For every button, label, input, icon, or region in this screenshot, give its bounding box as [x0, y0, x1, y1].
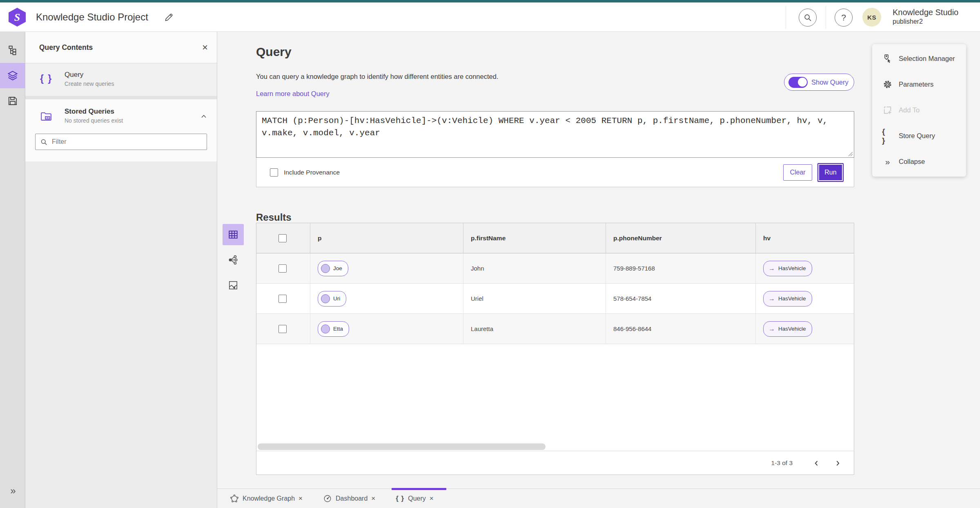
- cell-phonenumber: 578-654-7854: [606, 284, 755, 313]
- show-query-toggle[interactable]: Show Query: [784, 74, 854, 91]
- node-label: Joe: [333, 265, 342, 271]
- knowledge-graph-icon: [230, 494, 239, 503]
- run-button[interactable]: Run: [817, 163, 844, 182]
- add-to-icon: [882, 105, 893, 115]
- map-icon: [228, 280, 238, 291]
- toggle-knob: [798, 78, 807, 87]
- menu-item-parameters[interactable]: Parameters: [872, 72, 966, 97]
- gear-icon: [882, 79, 893, 90]
- save-icon: [7, 96, 18, 106]
- filter-field: [35, 134, 207, 150]
- close-icon[interactable]: ×: [298, 495, 303, 503]
- stored-queries-header[interactable]: Stored Queries No stored queries exist: [25, 99, 217, 134]
- edit-project-icon[interactable]: [164, 12, 174, 22]
- clear-button[interactable]: Clear: [783, 164, 812, 181]
- node-chip[interactable]: Joe: [318, 261, 348, 276]
- edge-chip[interactable]: → HasVehicle: [763, 291, 812, 307]
- search-icon: [803, 13, 812, 22]
- help-icon: ?: [841, 13, 846, 22]
- table-icon: [228, 229, 238, 240]
- menu-item-selection-manager[interactable]: Selection Manager: [872, 46, 966, 72]
- layers-icon: [7, 70, 18, 81]
- column-header-firstname[interactable]: p.firstName: [463, 223, 606, 253]
- query-textarea[interactable]: MATCH (p:Person)-[hv:HasVehicle]->(v:Veh…: [256, 111, 854, 158]
- learn-more-link[interactable]: Learn more about Query: [256, 90, 330, 98]
- toggle-switch[interactable]: [788, 77, 808, 88]
- chevron-right-icon: [834, 460, 841, 467]
- close-icon[interactable]: ×: [371, 495, 375, 503]
- table-row[interactable]: Etta Lauretta 846-956-8644 → HasVehicle: [256, 314, 854, 344]
- cell-firstname: Lauretta: [463, 314, 606, 344]
- table-row[interactable]: Uri Uriel 578-654-7854 → HasVehicle: [256, 284, 854, 314]
- query-item-title: Query: [65, 70, 114, 80]
- table-view-button[interactable]: [223, 224, 244, 245]
- row-checkbox[interactable]: [278, 325, 287, 333]
- tab-dashboard[interactable]: Dashboard ×: [316, 489, 383, 508]
- tab-knowledge-graph[interactable]: Knowledge Graph ×: [223, 489, 310, 508]
- project-title: Knowledge Studio Project: [36, 2, 148, 32]
- table-header-row: p p.firstName p.phoneNumber hv: [256, 223, 854, 253]
- node-icon: [321, 264, 330, 273]
- rail-item-lineage[interactable]: [0, 38, 25, 63]
- menu-item-label: Store Query: [899, 132, 935, 140]
- rail-item-save[interactable]: [0, 88, 25, 114]
- table-row[interactable]: Joe John 759-889-57168 → HasVehicle: [256, 253, 854, 284]
- app-logo-icon[interactable]: S: [8, 7, 26, 27]
- collapse-icon: »: [882, 157, 893, 167]
- search-button[interactable]: [799, 9, 817, 27]
- menu-item-label: Collapse: [899, 158, 925, 166]
- edge-chip[interactable]: → HasVehicle: [763, 261, 812, 276]
- previous-page-button[interactable]: [811, 458, 821, 468]
- cell-firstname: John: [463, 253, 606, 283]
- select-all-checkbox[interactable]: [278, 234, 287, 242]
- rail-expand-button[interactable]: »: [0, 485, 25, 497]
- avatar-initials: KS: [867, 14, 876, 21]
- panel-close-icon[interactable]: ×: [202, 42, 208, 53]
- panel-header: Query Contents ×: [25, 32, 217, 63]
- node-label: Uri: [333, 295, 340, 302]
- topbar-divider: [826, 6, 826, 29]
- column-header-phonenumber[interactable]: p.phoneNumber: [606, 223, 755, 253]
- row-checkbox[interactable]: [278, 295, 287, 303]
- stored-queries-subtitle: No stored queries exist: [65, 116, 123, 125]
- tab-label: Dashboard: [336, 495, 368, 502]
- horizontal-scrollbar[interactable]: [258, 443, 546, 450]
- hierarchy-icon: [7, 45, 18, 56]
- chevron-up-icon[interactable]: [200, 112, 208, 121]
- avatar[interactable]: KS: [862, 8, 881, 27]
- edge-chip[interactable]: → HasVehicle: [763, 321, 812, 337]
- filter-input[interactable]: [52, 134, 215, 150]
- results-heading: Results: [256, 212, 292, 223]
- tab-query[interactable]: { } Query ×: [388, 489, 441, 508]
- graph-view-button[interactable]: [223, 249, 244, 271]
- braces-icon: { }: [40, 73, 52, 84]
- map-view-button[interactable]: [223, 275, 244, 296]
- resize-handle[interactable]: [847, 151, 853, 157]
- menu-item-store-query[interactable]: { } Store Query: [872, 123, 966, 149]
- node-label: Etta: [333, 326, 343, 332]
- pagination-range: 1-3 of 3: [771, 451, 793, 475]
- menu-item-collapse[interactable]: » Collapse: [872, 149, 966, 175]
- tab-label: Query: [408, 495, 426, 502]
- folder-icon: [40, 110, 52, 122]
- help-button[interactable]: ?: [835, 9, 853, 27]
- row-checkbox[interactable]: [278, 264, 287, 273]
- include-provenance-checkbox[interactable]: [270, 168, 278, 177]
- main-content: Query You can query a knowledge graph to…: [217, 32, 980, 488]
- query-contents-panel: Query Contents × { } Query Create new qu…: [25, 32, 217, 508]
- results-table: p p.firstName p.phoneNumber hv Joe John …: [256, 223, 854, 475]
- chevron-left-icon: [813, 460, 820, 467]
- edge-label: HasVehicle: [778, 265, 806, 271]
- close-icon[interactable]: ×: [430, 495, 434, 503]
- arrow-right-icon: →: [768, 325, 775, 333]
- panel-item-query[interactable]: { } Query Create new queries: [25, 63, 217, 96]
- rail-item-queries[interactable]: [0, 63, 25, 88]
- edge-label: HasVehicle: [778, 295, 806, 302]
- node-chip[interactable]: Etta: [318, 321, 349, 337]
- next-page-button[interactable]: [833, 458, 842, 468]
- node-chip[interactable]: Uri: [318, 291, 346, 307]
- tab-label: Knowledge Graph: [243, 495, 295, 502]
- column-header-hv[interactable]: hv: [755, 223, 854, 253]
- column-header-p[interactable]: p: [310, 223, 463, 253]
- username: publisher2: [893, 18, 958, 26]
